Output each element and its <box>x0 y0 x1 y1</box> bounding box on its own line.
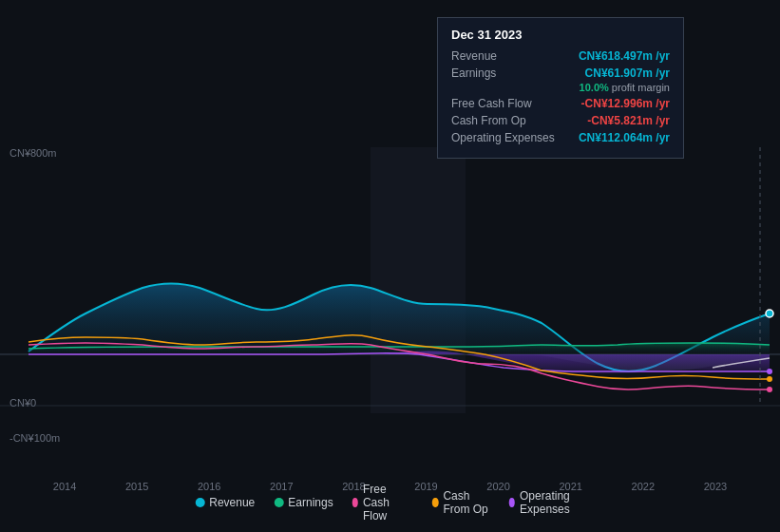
legend-revenue[interactable]: Revenue <box>195 496 255 509</box>
chart-legend: Revenue Earnings Free Cash Flow Cash Fro… <box>195 483 585 522</box>
tooltip-earnings-value: CN¥61.907m /yr <box>585 66 670 80</box>
legend-cashop[interactable]: Cash From Op <box>432 489 490 516</box>
legend-earnings[interactable]: Earnings <box>274 496 333 509</box>
svg-rect-0 <box>371 147 466 413</box>
svg-point-5 <box>767 369 772 374</box>
tooltip-cashop-value: -CN¥5.821m /yr <box>587 114 670 127</box>
tooltip-earnings-label: Earnings <box>451 66 496 80</box>
profit-margin-text: 10.0% profit margin <box>580 82 670 93</box>
tooltip-fcf-row: Free Cash Flow -CN¥12.996m /yr <box>451 97 670 110</box>
legend-opex-label: Operating Expenses <box>520 489 585 516</box>
legend-opex-dot <box>509 498 515 507</box>
tooltip-opex-label: Operating Expenses <box>451 131 555 144</box>
tooltip-opex-value: CN¥112.064m /yr <box>579 131 670 144</box>
x-label-2022: 2022 <box>632 481 655 492</box>
legend-earnings-label: Earnings <box>288 496 333 509</box>
tooltip-earnings-row: Earnings CN¥61.907m /yr <box>451 66 670 80</box>
tooltip-date: Dec 31 2023 <box>451 28 670 42</box>
legend-cashop-dot <box>432 498 438 507</box>
legend-revenue-dot <box>195 498 204 507</box>
tooltip-opex-row: Operating Expenses CN¥112.064m /yr <box>451 131 670 144</box>
x-label-2023: 2023 <box>704 481 727 492</box>
legend-revenue-label: Revenue <box>209 496 255 509</box>
legend-cashop-label: Cash From Op <box>443 489 489 516</box>
tooltip-revenue-row: Revenue CN¥618.497m /yr <box>451 49 670 63</box>
legend-earnings-dot <box>274 498 283 507</box>
x-label-2014: 2014 <box>53 481 76 492</box>
tooltip-box: Dec 31 2023 Revenue CN¥618.497m /yr Earn… <box>437 17 684 159</box>
chart-container: Dec 31 2023 Revenue CN¥618.497m /yr Earn… <box>0 0 780 532</box>
legend-fcf[interactable]: Free Cash Flow <box>352 483 413 522</box>
tooltip-cashop-label: Cash From Op <box>451 114 526 127</box>
tooltip-fcf-value: -CN¥12.996m /yr <box>581 97 670 110</box>
tooltip-fcf-label: Free Cash Flow <box>451 97 532 110</box>
legend-fcf-dot <box>352 498 358 507</box>
legend-fcf-label: Free Cash Flow <box>363 483 413 522</box>
tooltip-revenue-value: CN¥618.497m /yr <box>579 49 670 63</box>
svg-point-7 <box>767 387 772 392</box>
svg-point-4 <box>766 310 773 317</box>
profit-margin-row: 10.0% profit margin <box>451 82 670 93</box>
tooltip-cashop-row: Cash From Op -CN¥5.821m /yr <box>451 114 670 127</box>
legend-opex[interactable]: Operating Expenses <box>509 489 585 516</box>
x-label-2015: 2015 <box>125 481 148 492</box>
svg-point-6 <box>767 376 772 382</box>
chart-svg <box>0 147 780 470</box>
tooltip-revenue-label: Revenue <box>451 49 497 63</box>
